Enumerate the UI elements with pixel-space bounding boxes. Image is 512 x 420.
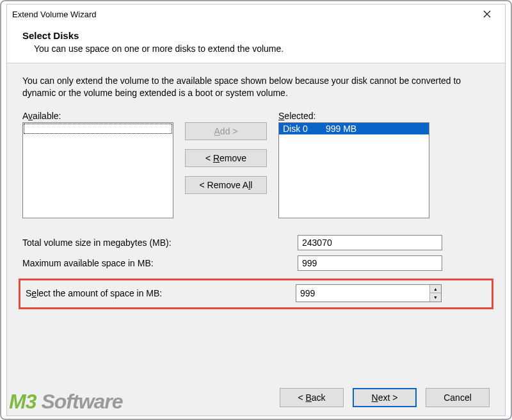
select-amount-label: Select the amount of space in MB: [26, 288, 296, 298]
wizard-header: Select Disks You can use space on one or… [7, 24, 505, 63]
max-space-value: 999 [298, 255, 442, 271]
select-amount-row: Select the amount of space in MB: ▲ ▼ [26, 284, 486, 302]
transfer-buttons: Add > < Remove < Remove All [182, 111, 269, 218]
add-button[interactable]: Add > [185, 122, 267, 140]
available-focus-row [24, 124, 172, 134]
spin-up-button[interactable]: ▲ [430, 285, 441, 294]
available-listbox[interactable] [22, 122, 173, 218]
selected-disk-item[interactable]: Disk 0 999 MB [279, 123, 429, 134]
selected-disk-size: 999 MB [326, 124, 356, 134]
max-space-row: Maximum available space in MB: 999 [22, 255, 490, 271]
wizard-window: Extend Volume Wizard Select Disks You ca… [6, 4, 506, 416]
selected-disk-name: Disk 0 [283, 124, 308, 134]
selected-label: Selected: [278, 111, 429, 121]
watermark-logo: M3 Software [9, 390, 123, 414]
disk-lists-row: Available: Add > < Remove < Remove All S… [22, 111, 490, 218]
screenshot-frame: Extend Volume Wizard Select Disks You ca… [0, 0, 512, 420]
page-subtitle: You can use space on one or more disks t… [22, 44, 490, 54]
close-icon [483, 10, 491, 18]
next-button[interactable]: Next > [353, 388, 417, 407]
wizard-content: You can only extend the volume to the av… [7, 63, 505, 380]
window-title: Extend Volume Wizard [12, 10, 474, 19]
available-column: Available: [22, 111, 173, 218]
total-size-label: Total volume size in megabytes (MB): [22, 238, 298, 248]
selected-listbox[interactable]: Disk 0 999 MB [278, 122, 429, 218]
select-amount-spinner[interactable]: ▲ ▼ [296, 284, 442, 302]
spinner-buttons: ▲ ▼ [429, 285, 441, 302]
cancel-button[interactable]: Cancel [426, 388, 490, 407]
available-label: Available: [22, 111, 173, 121]
logo-right: Software [41, 390, 122, 414]
spin-down-button[interactable]: ▼ [430, 293, 441, 302]
max-space-label: Maximum available space in MB: [22, 258, 298, 268]
logo-left: M3 [9, 390, 36, 414]
close-button[interactable] [474, 5, 500, 23]
selected-column: Selected: Disk 0 999 MB [278, 111, 429, 218]
highlight-callout: Select the amount of space in MB: ▲ ▼ [19, 279, 493, 309]
remove-all-button[interactable]: < Remove All [185, 176, 267, 194]
total-size-row: Total volume size in megabytes (MB): 243… [22, 235, 490, 250]
size-fields: Total volume size in megabytes (MB): 243… [22, 235, 490, 309]
total-size-value: 243070 [298, 235, 442, 250]
remove-button[interactable]: < Remove [185, 149, 267, 167]
select-amount-input[interactable] [296, 285, 429, 302]
back-button[interactable]: < Back [280, 388, 344, 407]
info-text: You can only extend the volume to the av… [22, 75, 490, 99]
titlebar: Extend Volume Wizard [7, 4, 505, 24]
page-title: Select Disks [22, 30, 490, 41]
